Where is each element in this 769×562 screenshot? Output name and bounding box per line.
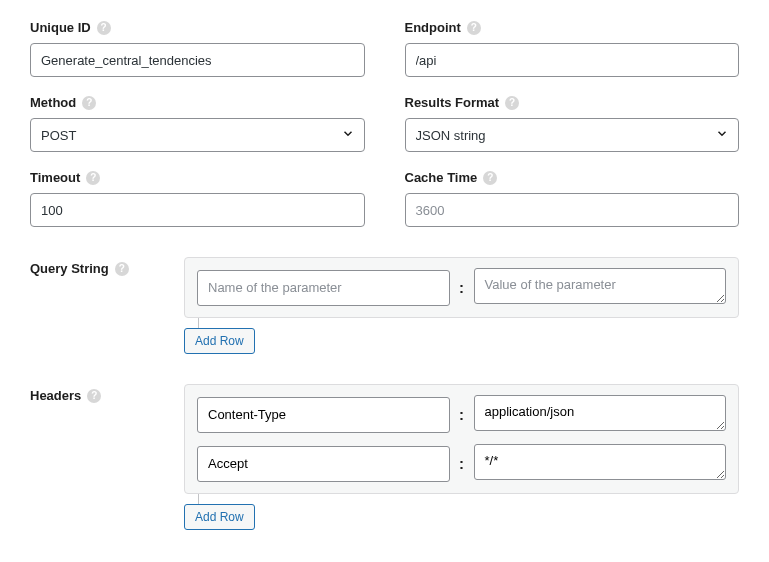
query-param-value-input[interactable] xyxy=(474,268,727,304)
help-icon: ? xyxy=(87,389,101,403)
help-icon: ? xyxy=(483,171,497,185)
endpoint-label: Endpoint ? xyxy=(405,20,740,35)
connector-line xyxy=(198,318,199,328)
colon: : xyxy=(458,455,466,472)
connector-line xyxy=(198,494,199,504)
headers-block: : : xyxy=(184,384,739,494)
colon: : xyxy=(458,279,466,296)
method-label: Method ? xyxy=(30,95,365,110)
help-icon: ? xyxy=(505,96,519,110)
query-string-block: : xyxy=(184,257,739,318)
cache-time-label: Cache Time ? xyxy=(405,170,740,185)
help-icon: ? xyxy=(467,21,481,35)
help-icon: ? xyxy=(97,21,111,35)
help-icon: ? xyxy=(86,171,100,185)
header-value-input[interactable] xyxy=(474,395,727,431)
header-name-input[interactable] xyxy=(197,446,450,482)
unique-id-input[interactable] xyxy=(30,43,365,77)
results-format-select[interactable]: JSON string xyxy=(405,118,740,152)
method-select[interactable]: POST xyxy=(30,118,365,152)
timeout-input[interactable] xyxy=(30,193,365,227)
add-row-button[interactable]: Add Row xyxy=(184,504,255,530)
query-param-name-input[interactable] xyxy=(197,270,450,306)
results-format-label: Results Format ? xyxy=(405,95,740,110)
header-value-input[interactable] xyxy=(474,444,727,480)
headers-label: Headers ? xyxy=(30,388,160,403)
cache-time-input[interactable] xyxy=(405,193,740,227)
add-row-button[interactable]: Add Row xyxy=(184,328,255,354)
header-row: : xyxy=(197,395,726,434)
header-name-input[interactable] xyxy=(197,397,450,433)
help-icon: ? xyxy=(82,96,96,110)
timeout-label: Timeout ? xyxy=(30,170,365,185)
query-string-row: : xyxy=(197,268,726,307)
endpoint-input[interactable] xyxy=(405,43,740,77)
header-row: : xyxy=(197,444,726,483)
help-icon: ? xyxy=(115,262,129,276)
unique-id-label: Unique ID ? xyxy=(30,20,365,35)
colon: : xyxy=(458,406,466,423)
query-string-label: Query String ? xyxy=(30,261,160,276)
